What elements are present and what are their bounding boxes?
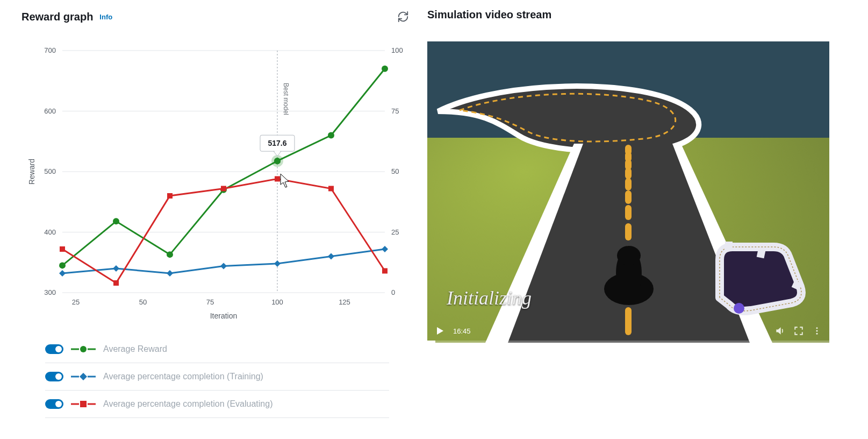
svg-text:500: 500: [44, 167, 56, 175]
fullscreen-icon[interactable]: [794, 326, 804, 336]
refresh-button[interactable]: [395, 9, 411, 25]
svg-text:25: 25: [72, 298, 80, 306]
svg-marker-33: [113, 265, 119, 272]
video-timestamp: 16:45: [453, 327, 471, 335]
refresh-icon: [397, 11, 409, 23]
svg-point-47: [274, 158, 281, 164]
svg-text:600: 600: [44, 107, 56, 115]
video-controls: 16:45: [427, 319, 829, 343]
svg-marker-35: [220, 263, 227, 270]
legend-row-avg-eval: Average percentage completion (Evaluatin…: [45, 391, 389, 418]
info-link[interactable]: Info: [99, 13, 112, 21]
video-header: Simulation video stream: [427, 9, 852, 21]
legend-label-avg-train: Average percentage completion (Training): [103, 372, 263, 381]
svg-rect-45: [382, 268, 388, 274]
toggle-avg-eval[interactable]: [45, 399, 63, 409]
svg-rect-43: [275, 176, 280, 182]
volume-icon[interactable]: [774, 325, 785, 336]
svg-text:Reward: Reward: [27, 159, 36, 185]
reward-graph-panel: Reward graph Info 3004005006007000255075…: [0, 0, 427, 439]
reward-graph-title-row: Reward graph Info: [21, 11, 112, 23]
reward-graph-header: Reward graph Info: [21, 9, 411, 25]
svg-rect-41: [167, 193, 173, 199]
svg-point-27: [167, 251, 173, 258]
toggle-avg-train[interactable]: [45, 372, 63, 381]
svg-text:100: 100: [271, 298, 283, 306]
svg-text:100: 100: [391, 46, 403, 54]
svg-point-84: [816, 333, 818, 335]
play-button[interactable]: [435, 325, 446, 336]
svg-rect-77: [725, 242, 733, 249]
svg-point-26: [113, 218, 119, 224]
svg-marker-32: [59, 270, 66, 277]
legend-label-avg-eval: Average percentage completion (Evaluatin…: [103, 399, 272, 409]
svg-text:Iteration: Iteration: [210, 311, 238, 320]
svg-rect-78: [757, 250, 766, 259]
svg-rect-42: [221, 186, 226, 192]
svg-text:700: 700: [44, 46, 56, 54]
svg-marker-38: [382, 246, 388, 252]
legend-label-avg-reward: Average Reward: [103, 344, 167, 354]
svg-point-31: [382, 66, 388, 72]
video-status-text: Initializing: [447, 287, 532, 309]
svg-rect-39: [60, 246, 65, 252]
svg-text:75: 75: [206, 298, 214, 306]
video-title-row: Simulation video stream: [427, 9, 551, 21]
svg-rect-40: [113, 280, 119, 286]
svg-marker-37: [328, 253, 334, 260]
svg-rect-59: [80, 401, 87, 407]
svg-text:0: 0: [391, 288, 395, 296]
svg-point-82: [816, 327, 818, 329]
svg-marker-34: [167, 270, 173, 277]
more-icon[interactable]: [812, 326, 822, 336]
play-icon: [436, 327, 444, 335]
svg-text:Best model: Best model: [282, 83, 290, 115]
reward-graph-title: Reward graph: [21, 11, 93, 23]
legend-marker-avg-eval: [71, 398, 96, 410]
video-player[interactable]: Initializing 16:45: [427, 41, 829, 343]
legend-marker-avg-reward: [71, 343, 96, 355]
toggle-avg-reward[interactable]: [45, 344, 63, 354]
svg-text:400: 400: [44, 228, 56, 236]
svg-text:25: 25: [391, 228, 399, 236]
svg-rect-44: [328, 186, 334, 192]
svg-marker-36: [274, 260, 281, 267]
video-stream-panel: Simulation video stream: [427, 0, 868, 439]
svg-text:50: 50: [139, 298, 147, 306]
svg-text:75: 75: [391, 107, 399, 115]
svg-marker-56: [80, 373, 87, 380]
video-minimap: [704, 233, 816, 318]
legend-row-avg-reward: Average Reward: [45, 336, 389, 363]
svg-point-80: [734, 303, 744, 314]
svg-text:50: 50: [391, 167, 399, 175]
svg-point-76: [617, 246, 641, 265]
chart-legend: Average Reward Average percentage comple…: [45, 336, 389, 418]
video-title: Simulation video stream: [427, 9, 551, 21]
svg-text:300: 300: [44, 288, 56, 296]
svg-marker-81: [437, 327, 443, 335]
video-progress-bar[interactable]: [427, 341, 829, 343]
svg-point-25: [59, 262, 66, 268]
svg-text:517.6: 517.6: [268, 139, 286, 147]
svg-text:125: 125: [339, 298, 350, 306]
svg-point-30: [328, 132, 334, 139]
reward-chart: 3004005006007000255075100255075100125Ite…: [19, 34, 406, 325]
reward-chart-svg: 3004005006007000255075100255075100125Ite…: [19, 34, 406, 325]
svg-point-83: [816, 330, 818, 332]
svg-point-53: [80, 346, 87, 352]
legend-row-avg-train: Average percentage completion (Training): [45, 363, 389, 391]
legend-marker-avg-train: [71, 371, 96, 383]
